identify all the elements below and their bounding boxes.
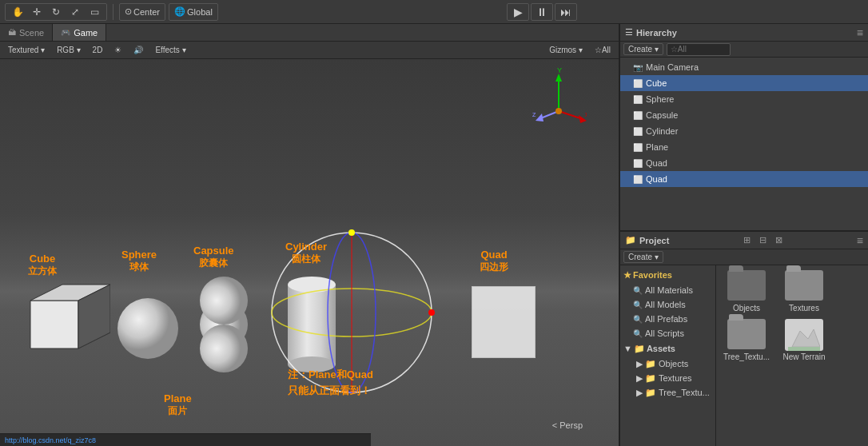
- textures-arrow-icon: ▶: [636, 373, 643, 384]
- tree-textu-folder-icon-visual: [727, 319, 766, 349]
- pivot-space-btn[interactable]: 🌐 Global: [169, 3, 218, 21]
- project-action-1[interactable]: ⊞: [740, 234, 755, 247]
- gizmos-btn[interactable]: Gizmos ▾: [544, 44, 587, 56]
- tree-textures[interactable]: ▶ 📁 Textures: [620, 371, 715, 385]
- move-tool[interactable]: ✛: [28, 4, 46, 20]
- shading-label: Textured: [8, 46, 38, 54]
- all-btn[interactable]: ☆All: [590, 44, 615, 56]
- project-actions: ⊞ ⊟ ⊠: [740, 234, 786, 247]
- fav-mod-label: All Models: [645, 300, 686, 309]
- pivot-center-btn[interactable]: ⊙ Center: [119, 3, 165, 21]
- hierarchy-title: Hierarchy: [636, 28, 677, 38]
- rotate-tool[interactable]: ↻: [47, 4, 65, 20]
- svg-marker-37: [536, 113, 543, 121]
- objects-label: Objects: [659, 359, 688, 368]
- hand-tool[interactable]: ✋: [9, 4, 26, 20]
- project-header: 📁 Project ⊞ ⊟ ⊠ ≡: [620, 232, 868, 249]
- rect-tool[interactable]: ▭: [86, 4, 103, 20]
- effects-label: Effects: [155, 46, 179, 54]
- scene-tab-icon: 🏔: [8, 28, 16, 37]
- hierarchy-menu-btn[interactable]: ≡: [857, 26, 863, 39]
- project-create-btn[interactable]: Create ▾: [623, 251, 663, 263]
- gizmos-label: Gizmos: [549, 46, 576, 54]
- capsule-icon: ⬜: [633, 111, 643, 120]
- textures-asset-label: Textures: [789, 304, 819, 313]
- asset-objects[interactable]: Objects: [719, 269, 774, 314]
- asset-textures[interactable]: Textures: [777, 269, 831, 314]
- asset-tree-textu[interactable]: Tree_Textu...: [719, 317, 774, 363]
- hierarchy-create-btn[interactable]: Create ▾: [623, 43, 663, 55]
- url-text: http://blog.csdn.net/q_ziz7c8: [5, 436, 96, 444]
- asset-new-terrain[interactable]: New Terrain: [777, 317, 831, 363]
- terrain-asset-label: New Terrain: [782, 352, 825, 361]
- svg-marker-15: [30, 301, 78, 348]
- favorites-header: ★ Favorites: [620, 267, 715, 283]
- hierarchy-item-main-camera[interactable]: 📷 Main Camera: [620, 59, 868, 75]
- tab-bar: 🏔 Scene 🎮 Game: [0, 24, 619, 42]
- note-line2: 只能从正面看到！: [288, 383, 373, 399]
- capsule-object: [196, 273, 252, 378]
- terrain-asset-visual: [785, 319, 823, 351]
- svg-point-21: [200, 277, 248, 325]
- mode-2d-btn[interactable]: 2D: [88, 44, 108, 56]
- hierarchy-item-quad2[interactable]: ⬜ Quad: [620, 171, 868, 187]
- pivot-space-icon: 🌐: [174, 6, 185, 17]
- svg-marker-42: [792, 329, 820, 347]
- sphere-label-hier: Sphere: [646, 94, 674, 104]
- fav-mat-icon: 🔍: [633, 286, 643, 295]
- hierarchy-item-cylinder[interactable]: ⬜ Cylinder: [620, 123, 868, 139]
- all-label: ☆All: [595, 46, 611, 54]
- effects-btn[interactable]: Effects ▾: [150, 44, 190, 56]
- pause-button[interactable]: ⏸: [531, 3, 553, 21]
- transform-tools: ✋ ✛ ↻ ⤢ ▭: [5, 3, 107, 21]
- tab-game[interactable]: 🎮 Game: [53, 24, 106, 41]
- textures-folder-icon-visual: [785, 270, 823, 301]
- hierarchy-item-plane[interactable]: ⬜ Plane: [620, 139, 868, 155]
- fav-models[interactable]: 🔍 All Models: [620, 297, 715, 312]
- svg-text:z: z: [532, 110, 536, 118]
- color-mode-label: RGB: [57, 46, 74, 54]
- tree-textu-asset-label: Tree_Textu...: [723, 352, 770, 361]
- tree-textu-arrow-icon: ▶: [636, 388, 643, 398]
- scale-tool[interactable]: ⤢: [66, 4, 84, 20]
- shading-btn[interactable]: Textured ▾: [3, 44, 50, 56]
- viewport[interactable]: Cube立方体 Sphere球体 Capsule胶囊体 Cylinder圆柱体 …: [0, 59, 619, 446]
- svg-marker-33: [555, 74, 562, 82]
- quad2-icon: ⬜: [633, 175, 643, 184]
- hierarchy-search[interactable]: [667, 43, 731, 56]
- fav-materials[interactable]: 🔍 All Materials: [620, 283, 715, 297]
- fav-prefabs[interactable]: 🔍 All Prefabs: [620, 312, 715, 326]
- project-panel: 📁 Project ⊞ ⊟ ⊠ ≡ Create ▾ ★: [620, 232, 868, 446]
- hierarchy-item-cube[interactable]: ⬜ Cube: [620, 75, 868, 91]
- favorites-label: Favorites: [633, 270, 672, 280]
- note-line1: 注：Plane和Quad: [288, 367, 373, 383]
- play-button[interactable]: ▶: [507, 3, 529, 21]
- hierarchy-item-capsule[interactable]: ⬜ Capsule: [620, 107, 868, 123]
- svg-point-19: [117, 298, 178, 359]
- project-menu-btn[interactable]: ≡: [857, 234, 863, 247]
- tree-objects[interactable]: ▶ 📁 Objects: [620, 356, 715, 371]
- fav-pre-label: All Prefabs: [645, 314, 687, 324]
- svg-marker-43: [788, 347, 820, 351]
- audio-btn[interactable]: 🔊: [129, 44, 148, 56]
- color-mode-btn[interactable]: RGB ▾: [52, 44, 85, 56]
- hierarchy-item-quad1[interactable]: ⬜ Quad: [620, 155, 868, 171]
- grid-overlay: [0, 59, 240, 179]
- tree-tree-textu[interactable]: ▶ 📁 Tree_Textu...: [620, 385, 715, 400]
- hierarchy-header: ☰ Hierarchy ≡: [620, 24, 868, 42]
- fav-mod-icon: 🔍: [633, 301, 643, 309]
- step-button[interactable]: ⏭: [555, 3, 577, 21]
- fav-scripts[interactable]: 🔍 All Scripts: [620, 326, 715, 340]
- project-action-3[interactable]: ⊠: [772, 234, 786, 247]
- scene-toolbar: Textured ▾ RGB ▾ 2D ☀ 🔊 Effects ▾ Gizmos…: [0, 42, 619, 59]
- tab-scene[interactable]: 🏔 Scene: [0, 24, 53, 41]
- bottom-bar: http://blog.csdn.net/q_ziz7c8: [0, 433, 371, 446]
- objects-folder-icon-visual: [727, 270, 766, 301]
- hierarchy-item-sphere[interactable]: ⬜ Sphere: [620, 91, 868, 107]
- svg-point-22: [200, 325, 248, 372]
- svg-line-34: [559, 111, 583, 119]
- main-camera-label: Main Camera: [646, 62, 699, 72]
- light-btn[interactable]: ☀: [109, 44, 126, 56]
- project-action-2[interactable]: ⊟: [756, 234, 770, 247]
- project-tree: ★ Favorites 🔍 All Materials 🔍 All Models…: [620, 265, 716, 446]
